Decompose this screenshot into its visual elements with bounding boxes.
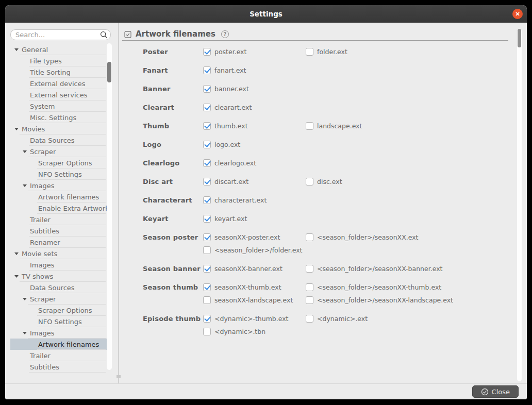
window-close-button[interactable]: ✕ [512, 9, 523, 19]
sidebar-item-enable-extra-artwork[interactable]: Enable Extra Artwork [10, 202, 107, 214]
sidebar-item-label: Scraper Options [38, 307, 92, 314]
checkbox-checked[interactable] [203, 48, 211, 56]
sidebar-item-nfo-settings[interactable]: NFO Settings [10, 316, 107, 327]
content-scrollbar[interactable] [517, 29, 522, 381]
setting-row: Disc artdiscart.extdisc.ext [143, 176, 511, 187]
checkbox-label: poster.ext [214, 48, 246, 56]
content-scrollbar-thumb[interactable] [518, 29, 521, 47]
sidebar-item-label: Images [30, 329, 55, 337]
checkbox-label: seasonXX-landscape.ext [214, 296, 293, 304]
checkbox-cell: logo.ext [203, 141, 306, 148]
sidebar-item-images[interactable]: Images [10, 180, 107, 191]
checkbox-checked[interactable] [203, 104, 211, 111]
checkbox-checked[interactable] [203, 178, 211, 185]
sidebar-item-trailer[interactable]: Trailer [10, 214, 107, 225]
checkbox-unchecked[interactable] [306, 315, 313, 323]
checkbox-label: thumb.ext [214, 122, 248, 130]
checkbox-cell: <season_folder>/seasonXX-thumb.ext [306, 283, 511, 291]
sidebar-item-scraper-options[interactable]: Scraper Options [10, 157, 107, 168]
checkbox-unchecked[interactable] [306, 178, 313, 185]
sidebar-item-general[interactable]: General [10, 44, 107, 55]
sidebar-item-scraper[interactable]: Scraper [10, 293, 107, 305]
sidebar-item-data-sources[interactable]: Data Sources [10, 282, 107, 293]
chevron-down-icon[interactable] [23, 184, 27, 187]
sidebar-item-scraper[interactable]: Scraper [10, 146, 107, 157]
sidebar-item-movie-sets[interactable]: Movie sets [10, 248, 107, 259]
checkbox-checked[interactable] [203, 233, 211, 241]
sidebar-item-movies[interactable]: Movies [10, 123, 107, 134]
sidebar-item-data-sources[interactable]: Data Sources [10, 134, 107, 146]
check-circle-icon [481, 388, 489, 396]
checkbox-checked[interactable] [203, 141, 211, 148]
checkbox-checked[interactable] [203, 159, 211, 167]
chevron-down-icon[interactable] [14, 275, 19, 278]
checkbox-unchecked[interactable] [306, 296, 313, 304]
checkbox-checked[interactable] [203, 85, 211, 93]
checkbox-checked[interactable] [203, 215, 211, 223]
checkbox-checked[interactable] [203, 283, 211, 291]
checkbox-unchecked[interactable] [306, 283, 313, 291]
sidebar-item-images[interactable]: Images [10, 327, 107, 339]
sidebar-item-artwork-filenames[interactable]: Artwork filenames [10, 339, 107, 350]
sidebar-item-renamer[interactable]: Renamer [10, 237, 107, 248]
setting-row-line: <season_folder>/folder.ext [143, 245, 511, 255]
sidebar-item-label: System [30, 103, 55, 110]
checkbox-unchecked[interactable] [306, 265, 313, 273]
sidebar-item-system[interactable]: System [10, 100, 107, 112]
checkbox-unchecked[interactable] [203, 296, 211, 304]
chevron-down-icon[interactable] [23, 332, 27, 334]
sidebar-item-label: External devices [30, 80, 86, 88]
chevron-down-icon[interactable] [23, 150, 27, 153]
setting-label: Fanart [143, 66, 203, 74]
close-button[interactable]: Close [472, 385, 519, 398]
checkbox-label: <season_folder>/folder.ext [214, 246, 303, 254]
sidebar-scrollbar[interactable] [107, 43, 112, 370]
sidebar-item-trailer[interactable]: Trailer [10, 350, 107, 361]
setting-label: Episode thumb [143, 315, 203, 323]
checkbox-cell: clearart.ext [203, 104, 306, 111]
chevron-down-icon[interactable] [14, 252, 19, 255]
checkbox-checked[interactable] [203, 315, 211, 323]
checkbox-cell: folder.ext [306, 48, 511, 56]
search-input[interactable] [10, 29, 111, 40]
checkbox-cell: seasonXX-landscape.ext [203, 296, 306, 304]
sidebar-item-label: Misc. Settings [30, 114, 76, 122]
setting-row-line: Thumbthumb.extlandscape.ext [143, 121, 511, 131]
sidebar-item-file-types[interactable]: File types [10, 55, 107, 66]
chevron-down-icon[interactable] [23, 298, 27, 300]
help-icon[interactable]: ? [221, 30, 229, 38]
sidebar-item-external-services[interactable]: External services [10, 89, 107, 100]
chevron-down-icon[interactable] [14, 48, 19, 51]
sidebar-scrollbar-thumb[interactable] [107, 62, 111, 82]
sidebar-item-tv-shows[interactable]: TV shows [10, 271, 107, 282]
setting-row: Posterposter.extfolder.ext [143, 46, 511, 57]
sidebar-item-label: Trailer [30, 216, 51, 224]
checkbox-checked[interactable] [203, 122, 211, 130]
checkbox-unchecked[interactable] [306, 122, 313, 130]
checkbox-label: seasonXX-poster.ext [214, 233, 280, 241]
titlebar[interactable]: Settings ✕ [5, 5, 527, 23]
checkbox-checked[interactable] [203, 196, 211, 204]
sidebar-item-nfo-settings[interactable]: NFO Settings [10, 168, 107, 180]
sidebar-item-scraper-options[interactable]: Scraper Options [10, 305, 107, 316]
checkbox-unchecked[interactable] [306, 233, 313, 241]
checkbox-unchecked[interactable] [203, 328, 211, 335]
checkbox-checked[interactable] [203, 66, 211, 74]
sidebar: GeneralFile typesTitle SortingExternal d… [5, 23, 118, 383]
sidebar-item-external-devices[interactable]: External devices [10, 78, 107, 89]
checkbox-cell: poster.ext [203, 48, 306, 56]
sidebar-item-misc-settings[interactable]: Misc. Settings [10, 112, 107, 123]
checkbox-unchecked[interactable] [306, 48, 313, 56]
checkbox-checked[interactable] [203, 265, 211, 273]
sidebar-item-subtitles[interactable]: Subtitles [10, 361, 107, 373]
sidebar-item-subtitles[interactable]: Subtitles [10, 225, 107, 237]
sidebar-item-images[interactable]: Images [10, 259, 107, 271]
chevron-down-icon[interactable] [14, 128, 19, 130]
search-box[interactable] [10, 29, 111, 40]
sidebar-item-label: Scraper Options [38, 159, 92, 167]
checkbox-cell: characterart.ext [203, 196, 306, 204]
sidebar-item-artwork-filenames[interactable]: Artwork filenames [10, 191, 107, 202]
checkbox-unchecked[interactable] [203, 246, 211, 254]
sidebar-item-title-sorting[interactable]: Title Sorting [10, 66, 107, 78]
section-checkbox-icon [124, 30, 131, 38]
